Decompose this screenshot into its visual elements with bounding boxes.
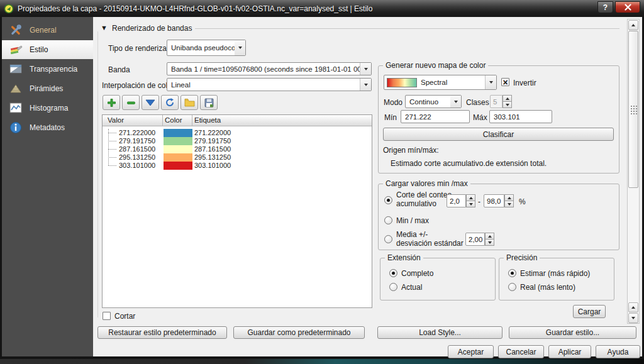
spin-up-icon[interactable]	[502, 95, 512, 102]
apply-button[interactable]: Aplicar	[548, 345, 591, 358]
save-style-button[interactable]: Guardar estilo...	[509, 326, 636, 339]
screen: Propiedades de la capa - 20150914-UKMO-L…	[0, 0, 644, 364]
band-select[interactable]: Banda 1 / time=1095076800 (seconds since…	[167, 62, 372, 75]
extent-full-radio[interactable]	[389, 269, 397, 277]
extent-current-label: Actual	[401, 283, 422, 292]
qgis-logo-icon	[4, 4, 14, 14]
table-row[interactable]: 303.101000 303.101000	[103, 162, 372, 170]
remove-entry-button[interactable]	[122, 95, 140, 110]
column-header-color[interactable]: Color	[165, 116, 182, 124]
tree-branch	[108, 149, 116, 150]
table-row[interactable]: 295.131250 295.131250	[103, 153, 372, 162]
sidebar-item-histograma[interactable]: Histograma	[2, 99, 93, 118]
save-as-default-label: Guardar como predeterminado	[247, 328, 350, 337]
row-label: 279.191750	[194, 137, 231, 145]
spin-up-icon[interactable]	[466, 194, 475, 201]
sidebar-item-metadatos[interactable]: Metadatos	[2, 118, 93, 137]
spin-down-icon[interactable]	[504, 201, 514, 207]
close-window-button[interactable]	[615, 1, 640, 13]
extent-current-radio[interactable]	[389, 283, 397, 291]
help-window-button[interactable]: ?	[597, 1, 613, 13]
max-input[interactable]: 303.101	[489, 110, 552, 123]
cancel-button[interactable]: Cancelar	[498, 345, 544, 358]
sort-entries-button[interactable]	[142, 95, 159, 110]
min-input[interactable]: 271.222	[401, 110, 470, 123]
column-header-valor[interactable]: Valor	[108, 116, 124, 124]
load-color-map-file-button[interactable]	[180, 95, 198, 110]
sidebar-item-general[interactable]: General	[2, 21, 93, 40]
stddev-radio[interactable]	[384, 235, 392, 243]
load-button[interactable]: Cargar	[573, 305, 606, 318]
row-color-swatch[interactable]	[164, 129, 192, 137]
pyramids-icon	[8, 81, 24, 96]
classes-spinner[interactable]: 5	[490, 95, 512, 108]
accuracy-estimate-radio[interactable]	[508, 269, 516, 277]
stddev-spinner[interactable]: 2,00	[465, 233, 494, 246]
sidebar-item-label: Estilo	[30, 45, 48, 54]
minmax-radio[interactable]	[384, 216, 392, 224]
column-header-etiqueta[interactable]: Etiqueta	[194, 116, 221, 124]
scroll-down-button[interactable]	[628, 313, 638, 323]
apply-label: Aplicar	[558, 348, 582, 356]
spin-up-icon[interactable]	[504, 194, 514, 201]
renderer-type-select[interactable]: Unibanda pseudocolor	[167, 40, 246, 56]
restore-default-style-button[interactable]: Restaurar estilo predeterminado	[97, 326, 227, 339]
spin-down-icon[interactable]	[502, 102, 512, 108]
tools-icon	[8, 23, 24, 38]
spin-up-icon[interactable]	[485, 233, 494, 240]
vertical-scrollbar[interactable]	[627, 19, 640, 324]
save-as-default-button[interactable]: Guardar como predeterminado	[233, 326, 365, 339]
row-color-swatch[interactable]	[164, 153, 192, 162]
help-button[interactable]: Ayuda	[596, 345, 640, 358]
accuracy-actual-radio[interactable]	[508, 283, 516, 291]
minmax-label: Min / max	[396, 216, 429, 225]
extent-title: Extensión	[385, 253, 423, 262]
cumulative-cut-label-2: acumulativo	[396, 199, 436, 208]
mode-select[interactable]: Continuo	[405, 95, 462, 108]
plus-icon	[107, 98, 116, 108]
cumulative-max-spinner[interactable]: 98,0	[484, 194, 514, 207]
chevron-down-icon	[486, 75, 496, 89]
sidebar-item-piramides[interactable]: Pirámides	[2, 79, 93, 98]
scroll-up-button[interactable]	[628, 20, 638, 30]
stddev-label-1: Media +/-	[396, 230, 428, 239]
scroll-up-button-2[interactable]	[628, 302, 638, 312]
color-ramp-select[interactable]: Spectral	[384, 75, 497, 90]
interpolation-select[interactable]: Lineal	[167, 78, 372, 91]
refresh-button[interactable]	[161, 95, 179, 110]
sidebar-item-estilo[interactable]: Estilo	[2, 40, 93, 59]
save-color-map-file-button[interactable]	[200, 95, 218, 110]
add-entry-button[interactable]	[103, 95, 120, 110]
load-style-button[interactable]: Load Style...	[377, 326, 502, 339]
title-bar[interactable]: Propiedades de la capa - 20150914-UKMO-L…	[0, 0, 644, 17]
tree-branch	[108, 141, 116, 141]
collapse-triangle-icon[interactable]: ▼	[101, 24, 108, 31]
scrollbar-thumb[interactable]	[628, 31, 638, 188]
range-dash: -	[478, 197, 480, 206]
table-row[interactable]: 287.161500 287.161500	[103, 145, 372, 153]
sidebar-item-transparencia[interactable]: Transparencia	[2, 60, 93, 79]
cumulative-min-spinner[interactable]: 2,0	[447, 194, 475, 207]
cumulative-cut-radio[interactable]	[384, 196, 392, 204]
chevron-down-icon	[235, 40, 245, 55]
row-color-swatch[interactable]	[164, 145, 192, 153]
classify-button[interactable]: Clasificar	[383, 128, 614, 141]
sidebar-item-label: Metadatos	[30, 123, 65, 132]
clip-checkbox[interactable]	[103, 312, 111, 320]
refresh-icon	[165, 97, 175, 108]
row-label: 271.222000	[194, 129, 231, 136]
table-row[interactable]: 271.222000 271.222000	[103, 129, 372, 137]
color-map-table[interactable]: Valor Color Etiqueta 271.222000 271.2220…	[102, 114, 372, 308]
row-label: 295.131250	[194, 153, 231, 161]
color-ramp-preview	[387, 78, 417, 87]
spin-down-icon[interactable]	[485, 240, 494, 246]
table-row[interactable]: 279.191750 279.191750	[103, 137, 372, 145]
band-rendering-group-title: Renderizado de bandas	[112, 24, 192, 33]
accept-button[interactable]: Aceptar	[448, 345, 494, 358]
spin-down-icon[interactable]	[466, 201, 475, 207]
invert-checkbox[interactable]: ×	[501, 78, 509, 86]
row-color-swatch[interactable]	[164, 162, 192, 170]
tree-branch	[108, 165, 116, 166]
stddev-value: 2,00	[465, 233, 485, 246]
row-color-swatch[interactable]	[164, 137, 192, 145]
